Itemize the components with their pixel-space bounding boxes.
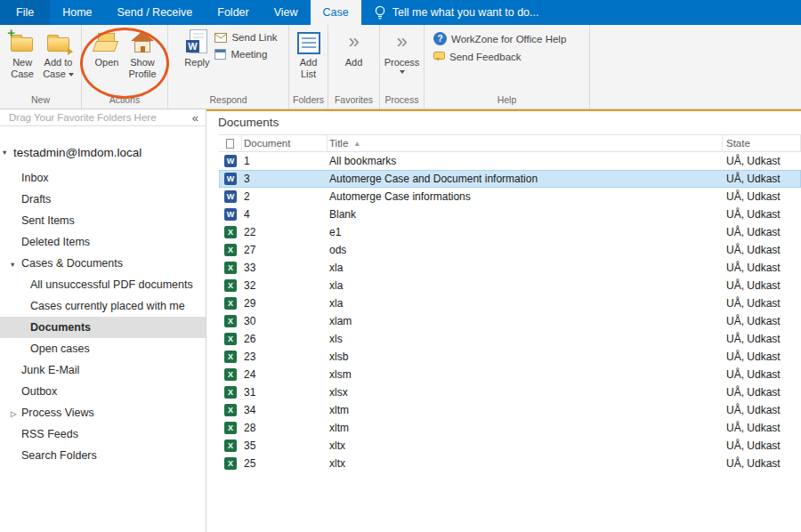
reply-button[interactable]: W Reply: [179, 27, 214, 69]
folder-label: Open cases: [30, 343, 90, 355]
meeting-button[interactable]: Meeting: [214, 49, 267, 60]
document-row[interactable]: X 29 xla UÅ, Udkast: [219, 294, 801, 312]
document-title: xlam: [328, 315, 723, 327]
content-area: Drag Your Favorite Folders Here « ▾ test…: [0, 109, 801, 532]
document-row[interactable]: X 32 xla UÅ, Udkast: [219, 277, 801, 294]
document-number: 33: [242, 262, 328, 274]
add-list-button[interactable]: AddList: [291, 27, 327, 80]
folder-label: Junk E-Mail: [21, 364, 79, 376]
document-row[interactable]: W 1 All bookmarks UÅ, Udkast: [219, 152, 801, 170]
ribbon-tab[interactable]: Folder: [205, 0, 261, 25]
icon-column-header[interactable]: [219, 135, 242, 151]
folder-item[interactable]: All unsuccessful PDF documents: [0, 274, 206, 295]
document-row[interactable]: X 26 xls UÅ, Udkast: [219, 330, 801, 348]
folder-item[interactable]: ▷ Process Views: [0, 402, 206, 423]
folder-item[interactable]: Outbox: [0, 381, 206, 402]
document-row[interactable]: X 27 ods UÅ, Udkast: [219, 241, 801, 259]
ribbon-group-label: Actions: [84, 93, 166, 109]
document-row[interactable]: X 31 xlsx UÅ, Udkast: [219, 383, 801, 401]
ribbon-tab[interactable]: View: [262, 0, 311, 25]
folder-item[interactable]: ▾ Cases & Documents: [0, 253, 206, 274]
add-to-case-button[interactable]: Add toCase: [40, 27, 77, 80]
folder-item[interactable]: RSS Feeds: [0, 423, 206, 445]
expand-arrow-icon[interactable]: ▾: [11, 260, 14, 269]
document-title: Automerge Case and Document information: [328, 173, 723, 185]
process-button[interactable]: » Process: [382, 27, 422, 74]
document-number: 25: [242, 457, 328, 470]
file-type-icon: W: [224, 173, 237, 185]
folder-label: Cases currently placed with me: [30, 300, 185, 312]
open-button[interactable]: Open: [89, 27, 125, 69]
document-row[interactable]: X 34 xltm UÅ, Udkast: [219, 401, 801, 419]
ribbon-tab-label: Send / Receive: [117, 6, 193, 19]
file-type-icon: X: [224, 279, 237, 292]
document-row[interactable]: X 33 xla UÅ, Udkast: [219, 259, 801, 277]
folder-label: Process Views: [21, 407, 94, 419]
document-row[interactable]: X 24 xlsm UÅ, Udkast: [219, 366, 801, 383]
expand-arrow-icon[interactable]: ▾: [3, 148, 6, 157]
file-type-icon: X: [224, 244, 237, 256]
document-number: 29: [242, 297, 328, 310]
document-number: 26: [242, 333, 328, 345]
folder-item[interactable]: Junk E-Mail: [0, 359, 206, 381]
document-state: UÅ, Udkast: [723, 279, 801, 292]
folder-item[interactable]: Documents: [0, 317, 206, 338]
document-number: 35: [242, 439, 328, 452]
folder-item[interactable]: Sent Items: [0, 210, 206, 231]
workzone-help-link[interactable]: ? WorkZone for Office Help: [433, 32, 566, 45]
ribbon: + NewCase Add toCase New Open ShowProfil…: [0, 25, 801, 109]
file-type-icon: X: [224, 457, 237, 470]
folder-item[interactable]: Inbox: [0, 167, 206, 189]
document-row[interactable]: X 35 xltx UÅ, Udkast: [219, 437, 801, 455]
ribbon-group-favorites: » Add Favorites: [328, 25, 380, 109]
tell-me-box[interactable]: Tell me what you want to do...: [361, 0, 552, 25]
document-row[interactable]: X 28 xltm UÅ, Udkast: [219, 419, 801, 437]
folder-item[interactable]: ▾ testadmin@lmdom.local: [0, 141, 206, 164]
calendar-icon: [214, 49, 226, 60]
folder-item[interactable]: Drafts: [0, 189, 206, 210]
document-title: xla: [328, 279, 723, 292]
envelope-icon: [214, 33, 227, 43]
file-type-icon: X: [224, 368, 237, 381]
document-row[interactable]: X 22 e1 UÅ, Udkast: [219, 223, 801, 241]
document-title: xla: [328, 262, 723, 274]
document-column-header[interactable]: Document: [242, 135, 328, 151]
new-case-button[interactable]: + NewCase: [4, 27, 40, 80]
ribbon-tab[interactable]: Home: [50, 0, 104, 25]
ribbon-tab[interactable]: File: [0, 0, 50, 25]
ribbon-tabs: File Home Send / Receive Folder View: [0, 0, 361, 25]
state-column-header[interactable]: State: [723, 135, 801, 151]
document-row[interactable]: X 25 xltx UÅ, Udkast: [219, 455, 801, 472]
ribbon-tab-bar: File Home Send / Receive Folder View: [0, 0, 801, 25]
file-type-icon: W: [224, 208, 237, 221]
add-list-icon: [294, 28, 324, 57]
document-row[interactable]: X 23 xlsb UÅ, Udkast: [219, 348, 801, 366]
favorites-add-button[interactable]: » Add: [336, 27, 372, 69]
expand-arrow-icon[interactable]: ▷: [11, 409, 17, 418]
show-profile-button[interactable]: ShowProfile: [125, 27, 160, 80]
ribbon-tab-label: Home: [62, 6, 92, 19]
ribbon-tab-label: View: [274, 6, 298, 19]
ribbon-tab[interactable]: Send / Receive: [105, 0, 206, 25]
file-type-icon: X: [224, 226, 237, 238]
send-feedback-label: Send Feedback: [449, 52, 522, 62]
ribbon-tab[interactable]: Case: [311, 0, 361, 25]
folder-item[interactable]: Cases currently placed with me: [0, 295, 206, 317]
title-column-header[interactable]: Title ▲: [328, 135, 723, 151]
folder-item[interactable]: Open cases: [0, 338, 206, 359]
folder-item[interactable]: Deleted Items: [0, 231, 206, 253]
ribbon-group-label: Respond: [170, 93, 287, 109]
document-row[interactable]: W 3 Automerge Case and Document informat…: [219, 170, 801, 188]
send-link-label: Send Link: [231, 32, 277, 43]
collapse-folder-pane-icon[interactable]: «: [192, 111, 198, 125]
folder-item[interactable]: Search Folders: [0, 445, 206, 466]
send-feedback-link[interactable]: Send Feedback: [433, 52, 522, 62]
file-type-icon: W: [224, 190, 237, 203]
send-link-button[interactable]: Send Link: [214, 32, 277, 43]
document-row[interactable]: X 30 xlam UÅ, Udkast: [219, 312, 801, 330]
document-row[interactable]: W 2 Automerge Case informations UÅ, Udka…: [219, 188, 801, 206]
document-number: 4: [242, 208, 328, 221]
document-row[interactable]: W 4 Blank UÅ, Udkast: [219, 206, 801, 223]
home-profile-icon: [127, 28, 158, 57]
document-number: 28: [242, 422, 328, 434]
